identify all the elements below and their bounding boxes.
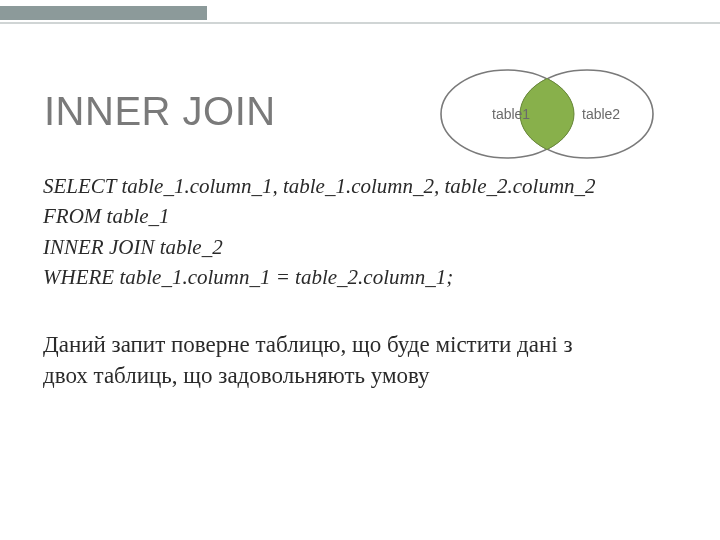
venn-right-label: table2 xyxy=(582,106,620,122)
slide-top-divider xyxy=(0,22,720,24)
venn-diagram: table1 table2 xyxy=(422,59,672,173)
sql-line-join: INNER JOIN table_2 xyxy=(43,232,663,262)
sql-code-block: SELECT table_1.column_1, table_1.column_… xyxy=(43,171,663,293)
slide-top-accent-bar xyxy=(0,6,207,20)
sql-line-select: SELECT table_1.column_1, table_1.column_… xyxy=(43,171,663,201)
venn-left-label: table1 xyxy=(492,106,530,122)
slide-content: SELECT table_1.column_1, table_1.column_… xyxy=(43,171,663,391)
sql-line-from: FROM table_1 xyxy=(43,201,663,231)
sql-line-where: WHERE table_1.column_1 = table_2.column_… xyxy=(43,262,663,292)
venn-diagram-icon: table1 table2 xyxy=(422,59,672,169)
page-title: INNER JOIN xyxy=(44,89,276,134)
description-text: Даний запит поверне таблицю, що буде міс… xyxy=(43,329,598,391)
